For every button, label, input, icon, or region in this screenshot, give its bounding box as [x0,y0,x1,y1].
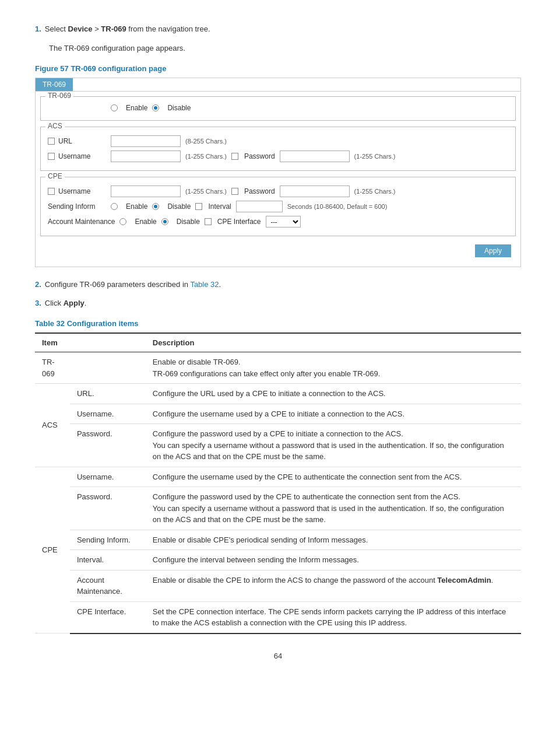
cpe-sending-enable-label[interactable]: Enable [111,202,147,211]
cpe-interface-checkbox[interactable] [205,218,212,225]
table-row: Account Maintenance.Enable or disable th… [35,570,521,601]
step-3-number: 3. [35,299,41,307]
acs-username-label: Username [48,152,106,160]
step-1: 1.Select Device > TR-069 from the naviga… [35,23,521,36]
acs-username-hint: (1-255 Chars.) [185,153,227,160]
cpe-password-label: Password [244,187,275,195]
cpe-section: CPE Username (1-255 Chars.) Password (1-… [40,177,516,236]
table-cell-desc: Configure the password used by the CPE t… [146,487,521,530]
acs-username-row: Username (1-255 Chars.) Password (1-255 … [48,150,508,162]
tr069-enable-label[interactable]: Enable [111,104,147,112]
table-row: CPE Interface.Set the CPE connection int… [35,601,521,634]
cpe-password-hint: (1-255 Chars.) [354,188,396,195]
cpe-username-row: Username (1-255 Chars.) Password (1-255 … [48,186,508,197]
cpe-sending-enable-radio[interactable] [111,203,118,210]
step-1-text: Select Device > TR-069 from the navigati… [45,24,210,33]
acs-url-label: URL [48,137,106,145]
cpe-section-title: CPE [45,172,65,180]
cpe-password-input[interactable] [280,186,350,197]
cpe-account-label: Account Maintenance [48,218,115,226]
table-row: Username.Configure the username used by … [35,404,521,424]
table-cell-sub: Username. [70,404,146,424]
table-cell-desc: Configure the URL used by a CPE to initi… [146,384,521,404]
config-page: TR-069 TR-069 Enable Disable ACS [35,78,521,267]
tr069-disable-text: Disable [167,104,191,112]
cpe-sending-disable-radio[interactable] [152,203,159,210]
table-row: Password.Configure the password used by … [35,487,521,530]
cpe-account-enable-text: Enable [135,218,156,226]
table-cell-sub: Sending Inform. [70,530,146,550]
table-cell-sub: CPE Interface. [70,601,146,634]
table-cell-item: TR-069 [35,352,70,384]
cpe-interval-input[interactable] [236,201,283,212]
acs-password-checkbox[interactable] [231,153,238,160]
cpe-account-enable-radio[interactable] [119,218,126,225]
cpe-username-hint: (1-255 Chars.) [185,188,227,195]
table-cell-sub: Password. [70,487,146,530]
table-row: Interval.Configure the interval between … [35,550,521,570]
table-cell-sub: Password. [70,424,146,467]
cpe-sending-disable-text: Disable [167,202,191,211]
table-row: Password.Configure the password used by … [35,424,521,467]
acs-url-input[interactable] [111,135,181,147]
tr069-enable-radio[interactable] [111,104,118,111]
config-tab[interactable]: TR-069 [36,78,73,91]
apply-button[interactable]: Apply [475,244,511,257]
step-2-text: Configure TR-069 parameters described in… [45,280,221,289]
table32-link[interactable]: Table 32 [190,280,219,289]
figure-title: Figure 57 TR-069 configuration page [35,64,521,73]
table-row: CPEUsername.Configure the username used … [35,467,521,487]
table-cell-desc: Enable or disable CPE's periodical sendi… [146,530,521,550]
acs-url-checkbox[interactable] [48,138,55,145]
cpe-interface-select[interactable]: --- [266,216,301,228]
table-cell-desc: Configure the interval between sending t… [146,550,521,570]
tr069-section: TR-069 Enable Disable [40,96,516,121]
step-3: 3.Click Apply. [35,298,521,310]
table-cell-desc: Configure the username used by the CPE t… [146,467,521,487]
cpe-account-disable-radio[interactable] [161,218,168,225]
cpe-account-row: Account Maintenance Enable Disable CPE I… [48,216,508,228]
cpe-interval-checkbox[interactable] [195,203,202,210]
step-2-number: 2. [35,280,41,289]
tr069-disable-radio[interactable] [152,104,159,111]
table-cell-desc: Configure the username used by a CPE to … [146,404,521,424]
acs-password-hint: (1-255 Chars.) [354,153,396,160]
acs-username-checkbox[interactable] [48,153,55,160]
table-header-row: Item Description [35,333,521,352]
table-row: Sending Inform.Enable or disable CPE's p… [35,530,521,550]
acs-username-input[interactable] [111,150,181,162]
table-cell-desc: Enable or disable TR-069.TR-069 configur… [146,352,521,384]
acs-password-input[interactable] [280,150,350,162]
cpe-interface-label: CPE Interface [217,218,261,226]
cpe-sending-inform-row: Sending Inform Enable Disable Interval S… [48,201,508,212]
cpe-interval-label: Interval [208,202,231,211]
table-cell-sub [70,352,146,384]
table-cell-item: ACS [35,384,70,467]
col-item-header: Item [35,333,146,352]
cpe-account-enable-label[interactable]: Enable [119,218,156,226]
table-cell-sub: URL. [70,384,146,404]
table-cell-desc: Enable or disable the CPE to inform the … [146,570,521,601]
tr069-disable-label[interactable]: Disable [152,104,191,112]
cpe-account-disable-text: Disable [177,218,200,226]
config-body: TR-069 Enable Disable ACS URL [36,91,520,267]
page-number: 64 [35,652,521,660]
table-row: TR-069Enable or disable TR-069.TR-069 co… [35,352,521,384]
table-cell-desc: Configure the password used by a CPE to … [146,424,521,467]
tr069-enable-row: Enable Disable [48,104,508,112]
cpe-sending-inform-label: Sending Inform [48,202,106,211]
acs-password-label: Password [244,152,275,160]
table-cell-item: CPE [35,467,70,634]
cpe-sending-disable-label[interactable]: Disable [152,202,191,211]
cpe-username-input[interactable] [111,186,181,197]
cpe-username-label: Username [48,187,106,195]
table-cell-sub: Interval. [70,550,146,570]
table-cell-sub: Account Maintenance. [70,570,146,601]
acs-url-hint: (8-255 Chars.) [185,138,227,145]
table-title: Table 32 Configuration items [35,319,521,328]
table-cell-sub: Username. [70,467,146,487]
cpe-username-checkbox[interactable] [48,188,55,195]
cpe-password-checkbox[interactable] [231,188,238,195]
cpe-account-disable-label[interactable]: Disable [161,218,200,226]
step-2: 2.Configure TR-069 parameters described … [35,279,521,291]
